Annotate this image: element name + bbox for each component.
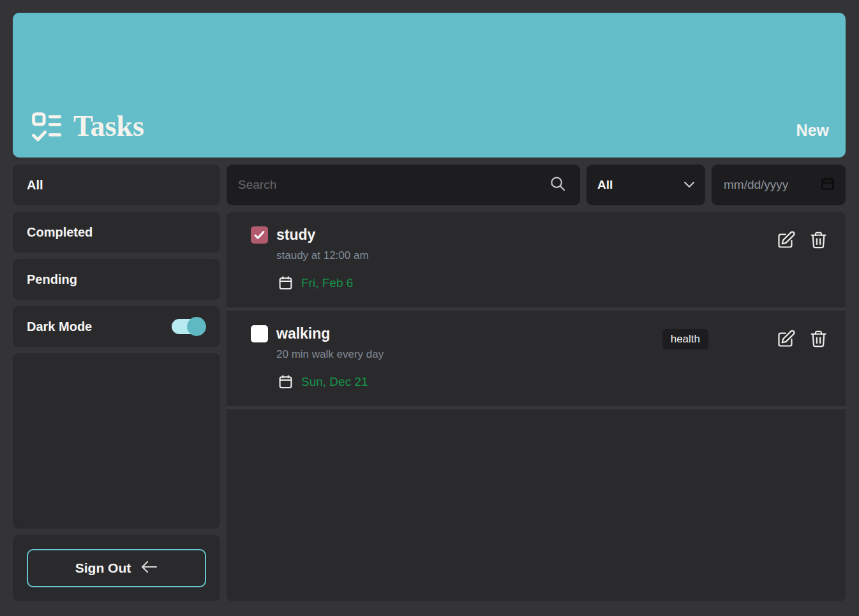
task-due-text: Sun, Dec 21 [301,375,368,389]
sign-out-button[interactable]: Sign Out [27,549,206,587]
delete-task-button[interactable] [809,230,828,251]
task-title: walking [276,325,330,342]
sign-out-label: Sign Out [75,561,131,576]
sidebar-filter-label: All [27,178,43,193]
calendar-picker-icon[interactable] [820,176,835,194]
task-row: study staudy at 12:00 am Fri, Feb 6 [227,212,846,311]
task-due-text: Fri, Feb 6 [301,276,353,290]
task-row: walking 20 min walk every day Sun, Dec 2… [227,311,846,409]
search-box [227,165,580,205]
toggle-knob [187,317,206,336]
task-title: study [276,226,315,244]
toolbar: All mm/dd/yyyy [227,165,846,205]
task-tag-badge: health [662,329,708,349]
calendar-icon [278,275,294,291]
date-filter-placeholder: mm/dd/yyyy [724,178,788,192]
category-filter-select[interactable]: All [586,165,705,205]
search-icon[interactable] [548,174,567,196]
task-checkbox[interactable] [251,325,268,342]
sidebar-filter-pending[interactable]: Pending [13,259,220,300]
task-due-date: Fri, Feb 6 [278,275,369,291]
chevron-down-icon [683,178,695,192]
sidebar: All Completed Pending Dark Mode Sign Out [13,165,220,601]
sidebar-empty-panel [13,353,220,529]
delete-task-button[interactable] [809,328,828,349]
dark-mode-row: Dark Mode [13,306,220,347]
task-description: staudy at 12:00 am [276,249,369,262]
brand: Tasks [30,110,144,143]
task-actions [763,226,828,251]
sidebar-filter-completed[interactable]: Completed [13,212,220,253]
date-filter-input[interactable]: mm/dd/yyyy [712,165,846,205]
edit-task-button[interactable] [775,230,796,251]
checkmark-icon [253,229,265,241]
app-window: Tasks New All Completed Pending Dark Mod… [0,0,859,616]
page-title: Tasks [73,112,144,142]
task-description: 20 min walk every day [276,348,384,361]
category-filter-value: All [597,178,613,192]
new-task-button[interactable]: New [796,122,829,138]
sidebar-filter-all[interactable]: All [13,165,220,205]
sidebar-filter-label: Pending [27,272,77,287]
checklist-icon [30,110,63,143]
main-area: All mm/dd/yyyy [227,165,846,601]
arrow-left-icon [140,559,158,578]
task-main: walking 20 min walk every day Sun, Dec 2… [251,325,384,390]
calendar-icon [278,374,294,390]
task-main: study staudy at 12:00 am Fri, Feb 6 [251,226,369,291]
edit-task-button[interactable] [775,328,796,349]
sign-out-panel: Sign Out [13,535,220,601]
search-input[interactable] [238,178,548,192]
app-header: Tasks New [13,13,846,158]
task-checkbox[interactable] [251,226,268,244]
task-actions: health [662,325,828,349]
dark-mode-label: Dark Mode [27,319,92,334]
task-list-empty-space [227,409,846,601]
task-list: study staudy at 12:00 am Fri, Feb 6 [227,212,846,601]
task-due-date: Sun, Dec 21 [278,374,384,390]
sidebar-filter-label: Completed [27,225,93,240]
dark-mode-toggle[interactable] [172,317,206,336]
